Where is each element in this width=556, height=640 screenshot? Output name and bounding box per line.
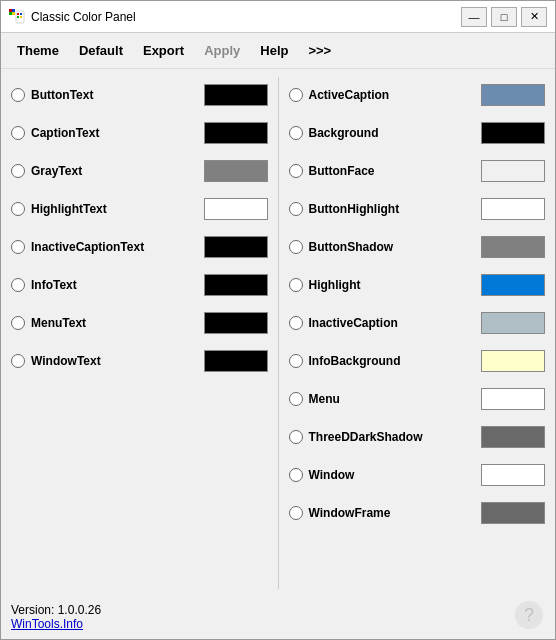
swatch-inactivecaption[interactable] [481,312,545,334]
svg-rect-7 [20,13,22,15]
label-graytext: GrayText [31,164,198,178]
title-left: Classic Color Panel [9,9,136,25]
label-buttontext: ButtonText [31,88,198,102]
radio-inactivecaptiontext[interactable] [11,240,25,254]
close-button[interactable]: ✕ [521,7,547,27]
radio-background[interactable] [289,126,303,140]
menu-item-more[interactable]: >>> [300,39,339,62]
svg-rect-1 [9,9,12,12]
left-row-0: ButtonText [9,77,270,113]
label-buttonhighlight: ButtonHighlight [309,202,476,216]
radio-buttontext[interactable] [11,88,25,102]
left-row-3: HighlightText [9,191,270,227]
label-window: Window [309,468,476,482]
label-inactivecaption: InactiveCaption [309,316,476,330]
left-row-6: MenuText [9,305,270,341]
label-menu: Menu [309,392,476,406]
left-row-4: InactiveCaptionText [9,229,270,265]
maximize-button[interactable]: □ [491,7,517,27]
menu-bar: ThemeDefaultExportApplyHelp>>> [1,33,555,69]
right-row-11: WindowFrame [287,495,548,531]
radio-activecaption[interactable] [289,88,303,102]
swatch-buttonhighlight[interactable] [481,198,545,220]
label-highlighttext: HighlightText [31,202,198,216]
swatch-windowframe[interactable] [481,502,545,524]
label-buttonshadow: ButtonShadow [309,240,476,254]
swatch-activecaption[interactable] [481,84,545,106]
svg-rect-9 [20,16,22,18]
menu-item-export[interactable]: Export [135,39,192,62]
swatch-windowtext[interactable] [204,350,268,372]
swatch-threeddarkshadow[interactable] [481,426,545,448]
swatch-menutext[interactable] [204,312,268,334]
window-controls: — □ ✕ [461,7,547,27]
swatch-buttonshadow[interactable] [481,236,545,258]
right-row-0: ActiveCaption [287,77,548,113]
label-background: Background [309,126,476,140]
version-text: Version: 1.0.0.26 [11,603,101,617]
label-windowframe: WindowFrame [309,506,476,520]
radio-highlight[interactable] [289,278,303,292]
right-column: ActiveCaptionBackgroundButtonFaceButtonH… [287,77,548,589]
menu-item-help[interactable]: Help [252,39,296,62]
swatch-infobackground[interactable] [481,350,545,372]
swatch-highlight[interactable] [481,274,545,296]
right-row-3: ButtonHighlight [287,191,548,227]
window-title: Classic Color Panel [31,10,136,24]
right-row-1: Background [287,115,548,151]
right-row-4: ButtonShadow [287,229,548,265]
label-windowtext: WindowText [31,354,198,368]
website-link[interactable]: WinTools.Info [11,617,101,631]
label-infotext: InfoText [31,278,198,292]
left-column: ButtonTextCaptionTextGrayTextHighlightTe… [9,77,270,589]
label-activecaption: ActiveCaption [309,88,476,102]
radio-window[interactable] [289,468,303,482]
swatch-menu[interactable] [481,388,545,410]
radio-threeddarkshadow[interactable] [289,430,303,444]
radio-windowframe[interactable] [289,506,303,520]
swatch-buttonface[interactable] [481,160,545,182]
svg-rect-3 [9,12,12,15]
main-window: Classic Color Panel — □ ✕ ThemeDefaultEx… [0,0,556,640]
right-row-7: InfoBackground [287,343,548,379]
radio-infotext[interactable] [11,278,25,292]
column-divider [278,77,279,589]
label-highlight: Highlight [309,278,476,292]
svg-text:?: ? [524,605,534,625]
radio-infobackground[interactable] [289,354,303,368]
swatch-highlighttext[interactable] [204,198,268,220]
radio-windowtext[interactable] [11,354,25,368]
swatch-buttontext[interactable] [204,84,268,106]
menu-item-theme[interactable]: Theme [9,39,67,62]
label-infobackground: InfoBackground [309,354,476,368]
label-inactivecaptiontext: InactiveCaptionText [31,240,198,254]
radio-menutext[interactable] [11,316,25,330]
swatch-infotext[interactable] [204,274,268,296]
swatch-inactivecaptiontext[interactable] [204,236,268,258]
radio-buttonface[interactable] [289,164,303,178]
label-threeddarkshadow: ThreeDDarkShadow [309,430,476,444]
footer: Version: 1.0.0.26 WinTools.Info ? [1,593,555,639]
swatch-background[interactable] [481,122,545,144]
radio-graytext[interactable] [11,164,25,178]
radio-buttonshadow[interactable] [289,240,303,254]
radio-captiontext[interactable] [11,126,25,140]
swatch-captiontext[interactable] [204,122,268,144]
menu-item-apply[interactable]: Apply [196,39,248,62]
app-icon [9,9,25,25]
label-captiontext: CaptionText [31,126,198,140]
radio-buttonhighlight[interactable] [289,202,303,216]
swatch-window[interactable] [481,464,545,486]
left-row-5: InfoText [9,267,270,303]
svg-rect-4 [12,12,15,15]
minimize-button[interactable]: — [461,7,487,27]
radio-inactivecaption[interactable] [289,316,303,330]
right-row-10: Window [287,457,548,493]
right-row-2: ButtonFace [287,153,548,189]
radio-menu[interactable] [289,392,303,406]
svg-rect-6 [17,13,19,15]
swatch-graytext[interactable] [204,160,268,182]
radio-highlighttext[interactable] [11,202,25,216]
menu-item-default[interactable]: Default [71,39,131,62]
footer-icon: ? [513,599,545,631]
